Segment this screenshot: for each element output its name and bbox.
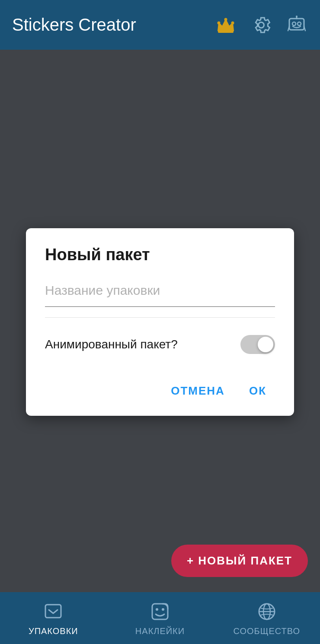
dialog-actions: ОТМЕНА ОК: [45, 375, 275, 404]
animated-pack-toggle[interactable]: [240, 335, 275, 354]
pack-name-input[interactable]: [45, 280, 275, 301]
dialog-input-container: [45, 280, 275, 307]
dialog-overlay: Новый пакет Анимированный пакет? ОТМЕНА …: [0, 0, 320, 644]
animated-pack-label: Анимированный пакет?: [45, 338, 178, 351]
dialog-divider: [45, 317, 275, 318]
cancel-button[interactable]: ОТМЕНА: [162, 378, 234, 404]
animated-pack-row: Анимированный пакет?: [45, 328, 275, 363]
ok-button[interactable]: ОК: [240, 378, 275, 404]
new-pack-dialog: Новый пакет Анимированный пакет? ОТМЕНА …: [26, 228, 294, 416]
toggle-knob: [258, 337, 273, 352]
dialog-title: Новый пакет: [45, 245, 275, 264]
